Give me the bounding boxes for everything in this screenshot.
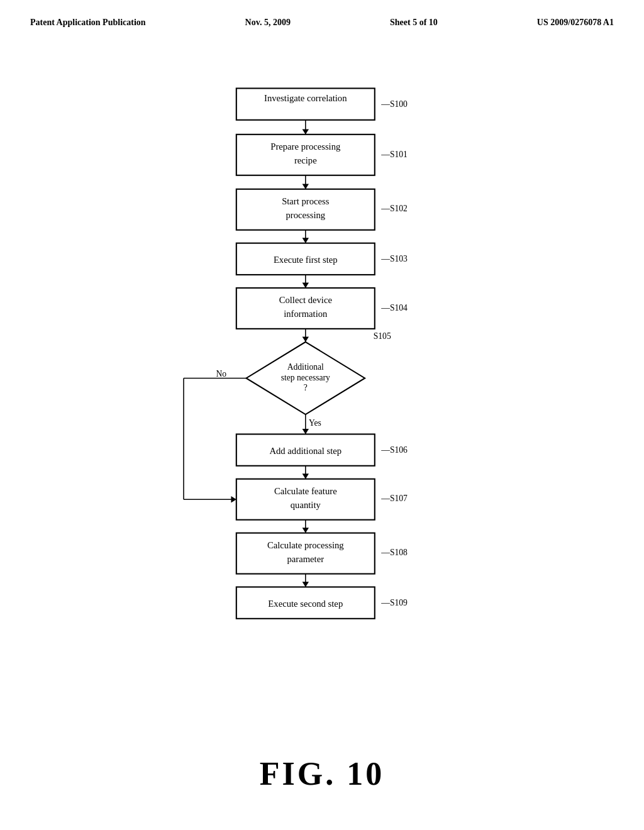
publication-title: Patent Application Publication <box>30 18 146 28</box>
no-label: No <box>216 369 226 379</box>
step-s105-label-3: ? <box>304 383 308 392</box>
arrowhead-s108-s109 <box>303 582 309 587</box>
step-s104-id: —S104 <box>380 303 408 313</box>
step-s102-label-1: Start process <box>282 196 330 206</box>
flowchart-area: Investigate correlation —S100 Prepare pr… <box>0 82 644 773</box>
step-s103-id: —S103 <box>380 254 408 263</box>
step-s100-label: Investigate correlation <box>264 93 347 103</box>
flowchart-svg: Investigate correlation —S100 Prepare pr… <box>0 82 644 773</box>
step-s105-label-1: Additional <box>287 362 324 372</box>
page-header: Patent Application Publication Nov. 5, 2… <box>0 0 644 28</box>
step-s105-id: S105 <box>374 331 391 341</box>
arrowhead-s104-s105 <box>303 336 309 341</box>
arrowhead-s100-s101 <box>303 129 309 134</box>
step-s101-label-1: Prepare processing <box>270 141 341 152</box>
step-s100-id: —S100 <box>380 99 408 109</box>
sheet-info: Sheet 5 of 10 <box>390 18 438 28</box>
step-s101-id: —S101 <box>380 150 408 159</box>
figure-label: FIG. 10 <box>0 755 644 792</box>
step-s109-label: Execute second step <box>268 599 343 609</box>
step-s108-label-1: Calculate processing <box>267 540 344 550</box>
arrowhead-s106-s107 <box>303 473 309 479</box>
step-s106-id: —S106 <box>380 445 408 455</box>
step-s103-label: Execute first step <box>274 255 338 265</box>
step-s108-id: —S108 <box>380 548 408 557</box>
step-s102-label-2: processing <box>286 210 325 220</box>
arrowhead-s107-s108 <box>303 528 309 533</box>
publication-date: Nov. 5, 2009 <box>245 18 291 28</box>
step-s107-label-2: quantity <box>291 500 321 510</box>
step-s109-id: —S109 <box>380 598 408 607</box>
step-s108-label-2: parameter <box>287 554 325 564</box>
figure-label-text: FIG. 10 <box>260 756 384 792</box>
step-s105-label-2: step necessary <box>281 373 330 382</box>
patent-number: US 2009/0276078 A1 <box>537 18 614 28</box>
step-s107-label-1: Calculate feature <box>274 486 337 496</box>
step-s102-id: —S102 <box>380 204 408 213</box>
step-s101-label-2: recipe <box>294 155 317 165</box>
arrowhead-s101-s102 <box>303 184 309 189</box>
yes-label: Yes <box>309 418 321 428</box>
step-s107-id: —S107 <box>380 494 408 503</box>
arrowhead-no <box>231 496 236 502</box>
arrowhead-s102-s103 <box>303 238 309 243</box>
step-s106-label: Add additional step <box>269 446 341 456</box>
step-s104-label-1: Collect device <box>279 295 332 305</box>
arrowhead-yes <box>303 429 309 434</box>
arrowhead-s103-s104 <box>303 283 309 288</box>
step-s104-label-2: information <box>284 309 328 319</box>
